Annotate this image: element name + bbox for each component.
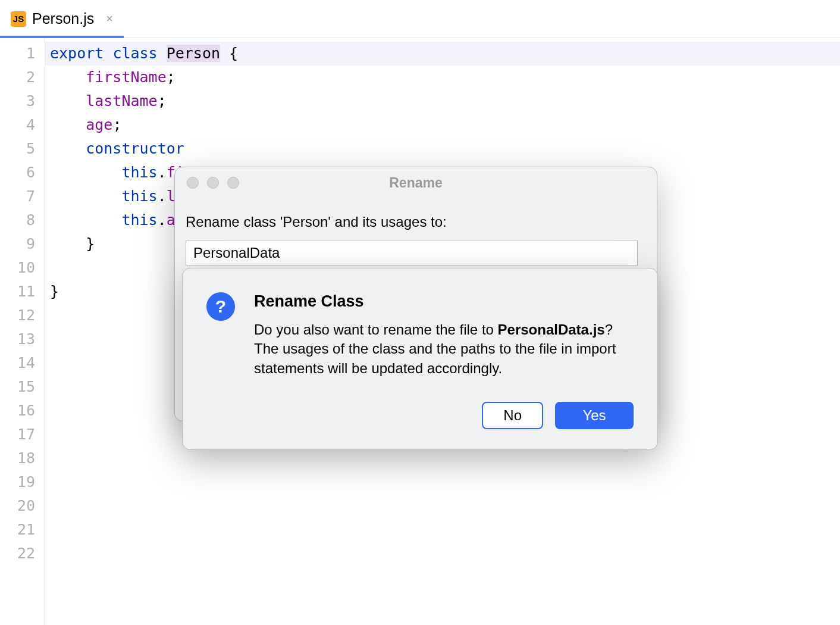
line-number: 15 [0,375,45,399]
window-controls[interactable] [187,177,239,189]
line-number: 8 [0,208,45,232]
code-line[interactable] [45,470,840,494]
code-line[interactable]: firstName; [45,65,840,89]
line-number: 13 [0,327,45,351]
close-icon[interactable]: × [106,12,113,26]
line-number: 6 [0,161,45,185]
line-number: 10 [0,256,45,280]
dialog-titlebar[interactable]: Rename [175,167,657,198]
tab-person-js[interactable]: JS Person.js × [0,0,124,38]
rename-class-confirm-dialog: ? Rename Class Do you also want to renam… [182,268,658,450]
line-number-gutter: 12345678910111213141516171819202122 [0,38,45,625]
code-line[interactable]: age; [45,113,840,137]
question-icon: ? [206,292,235,321]
line-number: 19 [0,470,45,494]
line-number: 22 [0,542,45,565]
code-line[interactable] [45,494,840,518]
code-line[interactable]: export class Person { [45,42,840,65]
traffic-light-close-icon[interactable] [187,177,199,189]
traffic-light-minimize-icon[interactable] [207,177,219,189]
rename-dialog-label: Rename class 'Person' and its usages to: [186,214,642,230]
code-editor[interactable]: 12345678910111213141516171819202122 expo… [0,38,840,625]
tab-filename: Person.js [32,10,94,27]
code-line[interactable]: constructor [45,137,840,161]
line-number: 5 [0,137,45,161]
rename-input[interactable] [186,240,638,266]
tab-bar: JS Person.js × [0,0,840,38]
line-number: 2 [0,65,45,89]
line-number: 16 [0,399,45,423]
confirm-dialog-text: Do you also want to rename the file to P… [254,320,634,378]
line-number: 7 [0,185,45,208]
confirm-dialog-title: Rename Class [254,292,634,311]
line-number: 1 [0,42,45,65]
line-number: 17 [0,423,45,446]
no-button[interactable]: No [482,402,543,429]
yes-button[interactable]: Yes [555,402,634,429]
code-line[interactable] [45,518,840,542]
line-number: 3 [0,89,45,113]
rename-dialog-title: Rename [175,175,657,191]
line-number: 11 [0,280,45,304]
line-number: 20 [0,494,45,518]
line-number: 14 [0,351,45,375]
traffic-light-zoom-icon[interactable] [227,177,239,189]
code-line[interactable] [45,542,840,565]
js-file-icon: JS [11,11,26,27]
line-number: 4 [0,113,45,137]
line-number: 18 [0,446,45,470]
line-number: 21 [0,518,45,542]
line-number: 12 [0,304,45,327]
code-line[interactable]: lastName; [45,89,840,113]
line-number: 9 [0,232,45,256]
